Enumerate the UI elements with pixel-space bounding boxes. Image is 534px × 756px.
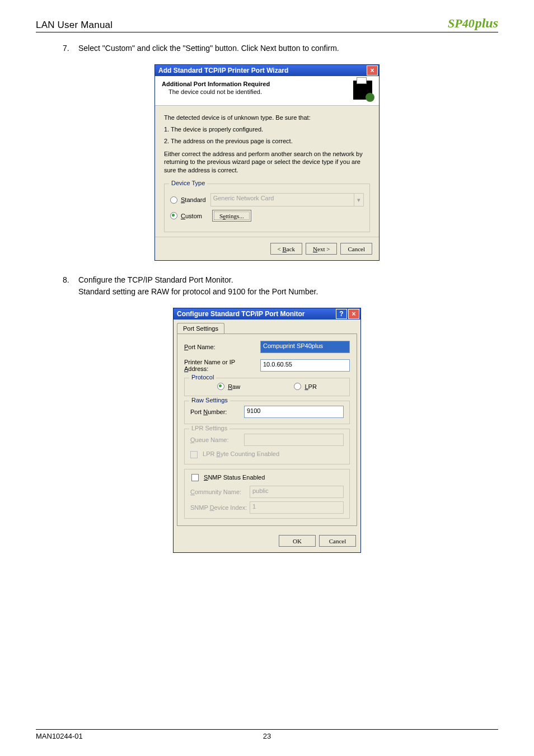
printer-address-input[interactable]: 10.0.60.55 — [260, 359, 350, 372]
snmp-index-input: 1 — [250, 501, 344, 514]
lpr-settings-legend: LPR Settings — [189, 425, 229, 431]
wizard-title: Add Standard TCP/IP Printer Port Wizard — [158, 67, 366, 74]
raw-settings-legend: Raw Settings — [189, 397, 230, 403]
configure-titlebar[interactable]: Configure Standard TCP/IP Port Monitor ?… — [174, 308, 360, 320]
wizard-p3: 2. The address on the previous page is c… — [164, 137, 370, 145]
custom-radio-label: Custom — [181, 213, 202, 219]
chevron-down-icon: ▾ — [354, 193, 364, 206]
tab-strip: Port Settings — [174, 320, 360, 334]
header-title: LAN User Manual — [36, 20, 113, 31]
custom-radio-row[interactable]: Custom Settings... — [170, 210, 364, 222]
lpr-byte-row: LPR Byte Counting Enabled — [190, 450, 344, 458]
community-label: Community Name: — [190, 489, 250, 495]
wizard-titlebar[interactable]: Add Standard TCP/IP Printer Port Wizard … — [155, 65, 379, 76]
printer-icon — [353, 81, 372, 100]
printer-address-row: Printer Name or IP Address: 10.0.60.55 — [184, 359, 350, 372]
close-icon[interactable]: × — [348, 309, 359, 319]
standard-dropdown: Generic Network Card — [210, 193, 354, 206]
port-number-label: Port Number: — [190, 408, 244, 415]
snmp-status-row[interactable]: SNMP Status Enabled — [189, 474, 267, 482]
step-8-line1: Configure the TCP/IP Standard Port Monit… — [78, 274, 498, 286]
step-8-number: 8. — [63, 274, 78, 298]
cancel-button[interactable]: Cancel — [319, 535, 356, 547]
lpr-radio[interactable] — [294, 383, 301, 390]
raw-radio[interactable] — [217, 383, 224, 390]
tab-port-settings[interactable]: Port Settings — [177, 323, 224, 334]
ok-button[interactable]: OK — [279, 535, 316, 547]
custom-radio[interactable] — [170, 212, 177, 219]
lpr-byte-label: LPR Byte Counting Enabled — [203, 450, 279, 457]
footer-page-number: 23 — [36, 732, 498, 740]
queue-name-label: Queue Name: — [190, 436, 244, 443]
configure-title: Configure Standard TCP/IP Port Monitor — [177, 310, 335, 318]
standard-radio[interactable] — [170, 196, 177, 204]
wizard-button-row: < Back Next > Cancel — [155, 237, 379, 260]
port-name-label: Port Name: — [184, 344, 260, 350]
logo-suffix: plus — [475, 16, 498, 30]
raw-radio-label: Raw — [228, 383, 240, 390]
step-8: 8. Configure the TCP/IP Standard Port Mo… — [63, 274, 498, 298]
wizard-header-panel: Additional Port Information Required The… — [155, 76, 379, 106]
next-button[interactable]: Next > — [306, 243, 337, 255]
standard-radio-label: Standard — [181, 196, 206, 203]
back-button[interactable]: < Back — [270, 243, 303, 255]
snmp-status-label: SNMP Status Enabled — [204, 474, 265, 481]
configure-port-dialog: Configure Standard TCP/IP Port Monitor ?… — [173, 308, 361, 553]
step-7-number: 7. — [63, 43, 78, 54]
close-icon[interactable]: × — [367, 65, 378, 76]
step-8-line2: Standard setting are RAW for protocol an… — [78, 286, 498, 298]
port-name-input[interactable]: Compuprint SP40plus — [260, 341, 350, 353]
step-7-text: Select "Custom" and click the "Setting" … — [78, 43, 498, 54]
port-number-input[interactable]: 9100 — [244, 406, 344, 418]
printer-address-label: Printer Name or IP Address: — [184, 359, 260, 372]
product-logo: SP40plus — [448, 16, 498, 31]
step-8-text: Configure the TCP/IP Standard Port Monit… — [78, 274, 498, 298]
device-type-legend: Device Type — [169, 180, 207, 186]
page-header: LAN User Manual SP40plus — [36, 16, 498, 32]
device-type-group: Device Type Standard Generic Network Car… — [164, 184, 370, 232]
wizard-p1: The detected device is of unknown type. … — [164, 114, 370, 122]
wizard-p4: Either correct the address and perform a… — [164, 150, 370, 175]
page-footer: MAN10244-01 23 — [36, 729, 498, 740]
community-input: public — [250, 486, 344, 498]
wizard-p2: 1. The device is properly configured. — [164, 125, 370, 134]
lpr-radio-row[interactable]: LPR — [294, 383, 316, 390]
lpr-radio-label: LPR — [305, 383, 316, 390]
settings-button[interactable]: Settings... — [212, 210, 251, 222]
wizard-body: The detected device is of unknown type. … — [155, 106, 379, 237]
wizard-subheading: The device could not be identified. — [168, 88, 353, 95]
snmp-status-checkbox[interactable] — [191, 474, 199, 481]
configure-button-row: OK Cancel — [174, 529, 360, 552]
protocol-group: Protocol Raw LPR — [184, 378, 350, 396]
help-icon[interactable]: ? — [336, 309, 347, 319]
step-7: 7. Select "Custom" and click the "Settin… — [63, 43, 498, 54]
port-name-row: Port Name: Compuprint SP40plus — [184, 341, 350, 353]
tab-page: Port Name: Compuprint SP40plus Printer N… — [177, 334, 357, 526]
logo-base: SP40 — [448, 16, 475, 30]
lpr-byte-checkbox — [190, 451, 198, 458]
cancel-button[interactable]: Cancel — [340, 243, 372, 255]
add-port-wizard-dialog: Add Standard TCP/IP Printer Port Wizard … — [154, 64, 380, 261]
raw-radio-row[interactable]: Raw — [217, 383, 240, 390]
raw-settings-group: Raw Settings Port Number: 9100 — [184, 401, 350, 424]
lpr-settings-group: LPR Settings Queue Name: LPR Byte Counti… — [184, 429, 350, 464]
queue-name-input — [244, 434, 344, 446]
snmp-index-label: SNMP Device Index: — [190, 504, 250, 511]
wizard-heading: Additional Port Information Required — [162, 81, 353, 87]
standard-radio-row[interactable]: Standard Generic Network Card ▾ — [170, 193, 364, 206]
snmp-group: SNMP Status Enabled Community Name: publ… — [184, 469, 350, 519]
protocol-legend: Protocol — [189, 374, 216, 381]
